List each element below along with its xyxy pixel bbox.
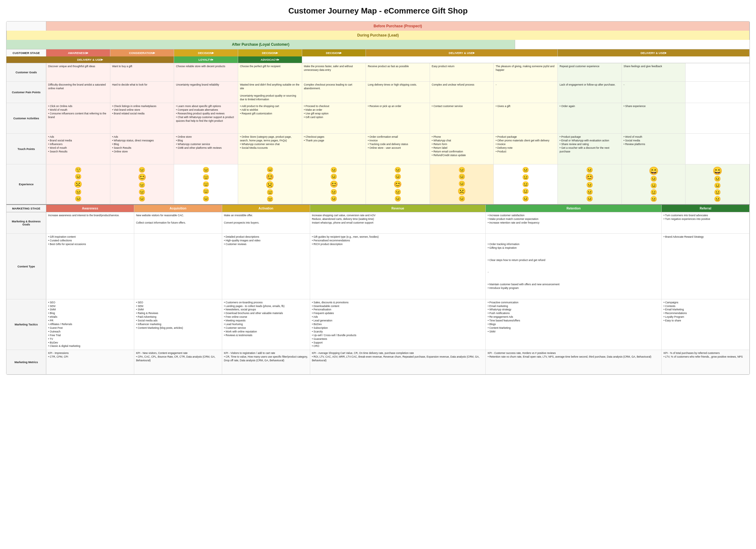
- face-neutral: 😐: [203, 174, 209, 180]
- pain-easy-return: Complex and unclear refund process: [430, 82, 494, 103]
- exp-col-3: 😐 😊 ☹️ 😐 😐: [238, 164, 302, 204]
- pain-share: -: [622, 82, 686, 103]
- face-happy: 😊: [585, 174, 594, 181]
- mkt-referral: Referral: [662, 205, 750, 212]
- face-neutral: 😐: [458, 196, 465, 201]
- face-neutral: 😐: [203, 189, 209, 194]
- pain-consideration: Hard to decide what to look for: [110, 82, 174, 103]
- stage-delivery2: DELIVERY & USE: [558, 49, 750, 56]
- pain-pleasure: -: [494, 82, 558, 103]
- exp-col-7: 😐 😐 😐 😐 😐: [494, 164, 558, 204]
- pain-points-label: Customer Pain Points: [6, 82, 46, 103]
- tp-process: • Checkout pages • Thank you page: [302, 134, 366, 164]
- face-neutral: 😐: [714, 176, 721, 181]
- face-neutral: 😐: [458, 167, 465, 173]
- face-neutral: 😐: [714, 183, 721, 188]
- face-neutral: 😐: [650, 196, 657, 202]
- experience-row: Experience 🙂 😐 ☹️ 😐 😐 😐 😊 😐 😐 😐 😐 😐 😐 😐 …: [6, 164, 750, 204]
- tac-acquisition: • SEO • SEM • SMM • Rating & Reviews • P…: [134, 299, 222, 350]
- exp-col-0: 🙂 😐 ☹️ 😐 😐: [46, 164, 110, 204]
- journey-map: Before Purchase (Prospect) During Purcha…: [6, 21, 750, 375]
- mkt-retention: Retention: [486, 205, 662, 212]
- stage-advocacy: ADVOCACY: [238, 56, 302, 63]
- face-neutral: 😐: [75, 189, 82, 195]
- face-neutral: 😐: [267, 189, 273, 195]
- goal-decision: Choose reliable store with decent produc…: [174, 63, 238, 81]
- tp-pleasure: • Product package • Other promo material…: [494, 134, 558, 164]
- touchpoints-label: Touch Points: [6, 134, 46, 164]
- ct-acquisition: [134, 234, 222, 299]
- face-neutral: 😐: [522, 167, 529, 173]
- ct-referral: • Brand Advocate Reward Strategy: [662, 234, 750, 299]
- exp-col-6: 😐 😐 😐 ☹️ 😐: [430, 164, 494, 204]
- mkt-stage-row: MARKETING STAGE Awareness Acquisition Ac…: [6, 204, 750, 212]
- goal-pleasure: The pleasure of giving, making someone j…: [494, 63, 558, 81]
- face-neutral: 🙂: [75, 167, 82, 173]
- mkt-goal-activation: Make an irresistible offer. Convert pros…: [222, 212, 310, 233]
- pain-repeat: Lack of engagement or follow-up after pu…: [558, 82, 622, 103]
- tac-awareness: • SEO • SEM • SMM • Blog • eMails • PR •…: [46, 299, 134, 350]
- stage-decision: DECISION: [174, 49, 238, 56]
- tac-retention: • Proactive communication • Email market…: [486, 299, 662, 350]
- stage-row-label: CUSTOMER STAGE: [6, 49, 46, 56]
- face-neutral: 😐: [203, 167, 209, 173]
- goals-row: Customer Goals Discover unique and thoug…: [6, 63, 750, 82]
- content-type-row: Content Type • Gift inspiration content …: [6, 234, 750, 299]
- mkt-acquisition: Acquisition: [134, 205, 222, 212]
- exp-col-8: 😐 😊 😐 😐 😐: [558, 164, 622, 204]
- mkt-goals-label: Marketing & Business Goals: [6, 212, 46, 233]
- ct-retention: • Order tracking information • Gifting t…: [486, 234, 662, 299]
- face-neutral: 😐: [267, 196, 273, 202]
- face-neutral: 😐: [139, 167, 145, 173]
- act-process: • Proceed to checkout • Make an order • …: [302, 103, 366, 133]
- face-neutral: 😐: [203, 181, 209, 187]
- touchpoints-row: Touch Points • Ads • Brand social media …: [6, 134, 750, 164]
- tp-awareness: • Ads • Brand social media • Influencers…: [46, 134, 110, 164]
- face-neutral: 😐: [330, 174, 337, 179]
- mkt-tactics-label: Marketing Tactics: [6, 299, 46, 350]
- tac-revenue: • Sales, discounts & promotions • Downlo…: [310, 299, 486, 350]
- face-neutral: 😐: [75, 174, 82, 179]
- phase-header-row: Before Purchase (Prospect) During Purcha…: [6, 21, 750, 49]
- content-type-label: Content Type: [6, 234, 46, 299]
- mkt-goal-acquisition: New website visitors for reasonable CAC.…: [134, 212, 222, 233]
- act-pleasure: • Gives a gift: [494, 103, 558, 133]
- exp-col-5: 😐 😐 😊 😐 😐: [366, 164, 430, 204]
- stage-choose-gift: DECISION: [238, 49, 302, 56]
- met-revenue: KPI - Average Shopping Cart Value, CR, O…: [310, 350, 486, 374]
- goal-easy-return: Easy product return: [430, 63, 494, 81]
- face-neutral: 😐: [650, 176, 657, 181]
- face-neutral: 😐: [267, 167, 273, 172]
- face-neutral: 😐: [330, 167, 337, 173]
- face-very-happy: 😄: [712, 167, 722, 175]
- face-neutral: 😐: [522, 181, 529, 187]
- goal-awareness: Discover unique and thoughtful gift idea…: [46, 63, 110, 81]
- tp-choose-gift: • Online Store (category page, product p…: [238, 134, 302, 164]
- face-neutral: 😐: [522, 196, 529, 201]
- face-neutral: 😐: [650, 183, 657, 188]
- face-happy: 😊: [138, 174, 146, 181]
- face-neutral: 😐: [650, 189, 657, 195]
- stage-loyalty: LOYALTY: [174, 56, 238, 63]
- face-neutral: 😐: [203, 196, 209, 201]
- mkt-activation: Activation: [222, 205, 310, 212]
- face-neutral: 😐: [458, 181, 465, 186]
- mkt-goal-awareness: Increase awareness and interest to the b…: [46, 212, 134, 233]
- phase-empty: [6, 21, 46, 31]
- pain-points-row: Customer Pain Points Difficulty discover…: [6, 82, 750, 103]
- phase-during: During Purchase (Lead): [6, 31, 750, 40]
- act-repeat: • Order again: [558, 103, 622, 133]
- face-neutral: 😐: [586, 167, 593, 173]
- met-activation: KPI - Visitors to registration / add to …: [222, 350, 310, 374]
- tp-repeat: • Product package • Email or WhatsApp wi…: [558, 134, 622, 164]
- pain-decision: Uncertainty regarding brand reliability: [174, 82, 238, 103]
- tp-share: • Word of mouth • Social media • Review …: [622, 134, 686, 164]
- act-choose-gift: • Add product to the shopping cart • Add…: [238, 103, 302, 133]
- face-neutral: 😐: [458, 174, 465, 179]
- tac-referral: • Campaigns • Contests • Email Marketing…: [662, 299, 750, 350]
- face-neutral: 😐: [586, 189, 593, 195]
- face-very-happy: 😄: [649, 167, 659, 175]
- face-neutral: 😐: [75, 196, 82, 201]
- phase-after: After Purchase (Loyal Customer): [6, 40, 515, 49]
- tp-receive: • Order confirmation email • Invoice • T…: [366, 134, 430, 164]
